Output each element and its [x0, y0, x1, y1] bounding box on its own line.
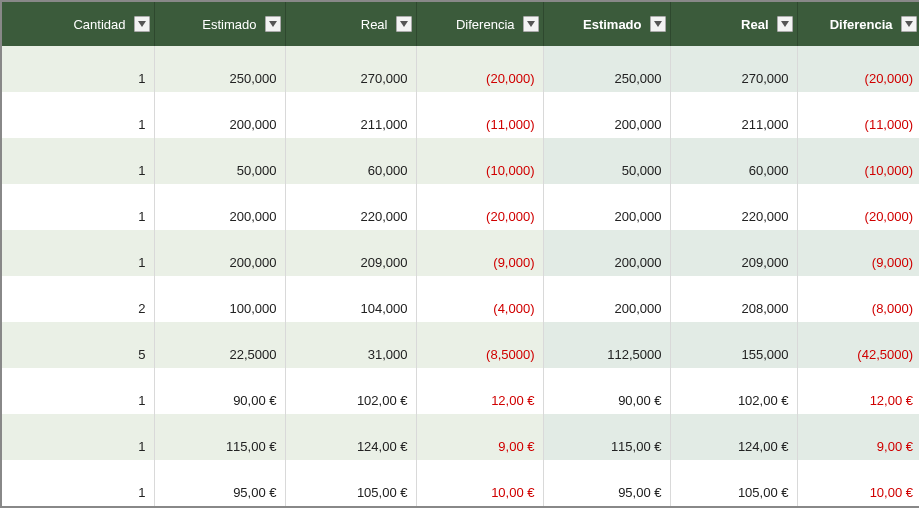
cell-estimado-a[interactable]: 250,000: [154, 46, 285, 92]
header-real-b[interactable]: Real: [670, 2, 797, 46]
cell-real-b[interactable]: 105,00 €: [670, 460, 797, 506]
cell-real-b[interactable]: 60,000: [670, 138, 797, 184]
cell-estimado-a[interactable]: 90,00 €: [154, 368, 285, 414]
table-row: 195,00 €105,00 €10,00 €95,00 €105,00 €10…: [2, 460, 919, 506]
header-real-a[interactable]: Real: [285, 2, 416, 46]
cell-real-b[interactable]: 220,000: [670, 184, 797, 230]
cell-estimado-b[interactable]: 200,000: [543, 184, 670, 230]
cell-estimado-b[interactable]: 200,000: [543, 230, 670, 276]
cell-real-a[interactable]: 220,000: [285, 184, 416, 230]
cell-estimado-b[interactable]: 50,000: [543, 138, 670, 184]
cell-real-a[interactable]: 104,000: [285, 276, 416, 322]
cell-real-a[interactable]: 31,000: [285, 322, 416, 368]
cell-cantidad[interactable]: 1: [2, 138, 154, 184]
cell-cantidad[interactable]: 1: [2, 184, 154, 230]
cell-cantidad[interactable]: 1: [2, 46, 154, 92]
cell-estimado-b[interactable]: 115,00 €: [543, 414, 670, 460]
cell-diferencia-a[interactable]: 10,00 €: [416, 460, 543, 506]
cell-real-b[interactable]: 211,000: [670, 92, 797, 138]
cell-diferencia-a[interactable]: 12,00 €: [416, 368, 543, 414]
cell-cantidad[interactable]: 5: [2, 322, 154, 368]
header-label: Diferencia: [830, 17, 893, 32]
cell-diferencia-a[interactable]: 9,00 €: [416, 414, 543, 460]
cell-estimado-a[interactable]: 115,00 €: [154, 414, 285, 460]
header-label: Cantidad: [73, 17, 125, 32]
cell-diferencia-b[interactable]: 12,00 €: [797, 368, 919, 414]
cell-estimado-a[interactable]: 95,00 €: [154, 460, 285, 506]
cell-estimado-a[interactable]: 200,000: [154, 230, 285, 276]
header-cantidad[interactable]: Cantidad: [2, 2, 154, 46]
cell-estimado-b[interactable]: 90,00 €: [543, 368, 670, 414]
cell-diferencia-b[interactable]: 9,00 €: [797, 414, 919, 460]
cell-estimado-b[interactable]: 200,000: [543, 92, 670, 138]
table-body: 1250,000270,000(20,000)250,000270,000(20…: [2, 46, 919, 506]
cell-cantidad[interactable]: 1: [2, 230, 154, 276]
table-row: 1200,000220,000(20,000)200,000220,000(20…: [2, 184, 919, 230]
table-row: 150,00060,000(10,000)50,00060,000(10,000…: [2, 138, 919, 184]
cell-estimado-a[interactable]: 22,5000: [154, 322, 285, 368]
filter-dropdown-icon[interactable]: [265, 16, 281, 32]
cell-diferencia-a[interactable]: (8,5000): [416, 322, 543, 368]
cell-cantidad[interactable]: 1: [2, 368, 154, 414]
cell-estimado-b[interactable]: 112,5000: [543, 322, 670, 368]
cell-real-b[interactable]: 208,000: [670, 276, 797, 322]
filter-dropdown-icon[interactable]: [523, 16, 539, 32]
cell-estimado-a[interactable]: 200,000: [154, 92, 285, 138]
cell-estimado-a[interactable]: 100,000: [154, 276, 285, 322]
cell-real-a[interactable]: 211,000: [285, 92, 416, 138]
cell-real-a[interactable]: 105,00 €: [285, 460, 416, 506]
header-estimado-a[interactable]: Estimado: [154, 2, 285, 46]
table-row: 2100,000104,000(4,000)200,000208,000(8,0…: [2, 276, 919, 322]
cell-diferencia-b[interactable]: (9,000): [797, 230, 919, 276]
cell-real-b[interactable]: 102,00 €: [670, 368, 797, 414]
table-row: 1250,000270,000(20,000)250,000270,000(20…: [2, 46, 919, 92]
cell-real-a[interactable]: 270,000: [285, 46, 416, 92]
cell-real-a[interactable]: 102,00 €: [285, 368, 416, 414]
cell-diferencia-a[interactable]: (20,000): [416, 46, 543, 92]
filter-dropdown-icon[interactable]: [134, 16, 150, 32]
cell-real-a[interactable]: 60,000: [285, 138, 416, 184]
cell-diferencia-a[interactable]: (11,000): [416, 92, 543, 138]
cell-diferencia-b[interactable]: (20,000): [797, 46, 919, 92]
header-label: Real: [361, 17, 388, 32]
cell-cantidad[interactable]: 2: [2, 276, 154, 322]
cell-diferencia-a[interactable]: (9,000): [416, 230, 543, 276]
data-table: Cantidad Estimado Real Diferencia: [2, 2, 919, 506]
cell-real-a[interactable]: 209,000: [285, 230, 416, 276]
table-row: 1115,00 €124,00 €9,00 €115,00 €124,00 €9…: [2, 414, 919, 460]
filter-dropdown-icon[interactable]: [777, 16, 793, 32]
cell-estimado-b[interactable]: 250,000: [543, 46, 670, 92]
cell-estimado-a[interactable]: 200,000: [154, 184, 285, 230]
cell-diferencia-a[interactable]: (10,000): [416, 138, 543, 184]
cell-cantidad[interactable]: 1: [2, 414, 154, 460]
table-row: 1200,000211,000(11,000)200,000211,000(11…: [2, 92, 919, 138]
spreadsheet-table: Cantidad Estimado Real Diferencia: [0, 0, 919, 508]
header-diferencia-a[interactable]: Diferencia: [416, 2, 543, 46]
cell-real-b[interactable]: 270,000: [670, 46, 797, 92]
cell-estimado-b[interactable]: 95,00 €: [543, 460, 670, 506]
cell-diferencia-b[interactable]: (42,5000): [797, 322, 919, 368]
cell-diferencia-b[interactable]: (20,000): [797, 184, 919, 230]
header-estimado-b[interactable]: Estimado: [543, 2, 670, 46]
cell-diferencia-b[interactable]: (10,000): [797, 138, 919, 184]
cell-diferencia-b[interactable]: (8,000): [797, 276, 919, 322]
cell-cantidad[interactable]: 1: [2, 92, 154, 138]
table-row: 1200,000209,000(9,000)200,000209,000(9,0…: [2, 230, 919, 276]
cell-real-b[interactable]: 124,00 €: [670, 414, 797, 460]
cell-diferencia-a[interactable]: (4,000): [416, 276, 543, 322]
header-row: Cantidad Estimado Real Diferencia: [2, 2, 919, 46]
cell-diferencia-b[interactable]: (11,000): [797, 92, 919, 138]
cell-cantidad[interactable]: 1: [2, 460, 154, 506]
table-row: 522,500031,000(8,5000)112,5000155,000(42…: [2, 322, 919, 368]
cell-real-b[interactable]: 209,000: [670, 230, 797, 276]
filter-dropdown-icon[interactable]: [650, 16, 666, 32]
cell-estimado-a[interactable]: 50,000: [154, 138, 285, 184]
cell-diferencia-a[interactable]: (20,000): [416, 184, 543, 230]
header-diferencia-b[interactable]: Diferencia: [797, 2, 919, 46]
cell-real-b[interactable]: 155,000: [670, 322, 797, 368]
filter-dropdown-icon[interactable]: [901, 16, 917, 32]
cell-real-a[interactable]: 124,00 €: [285, 414, 416, 460]
cell-diferencia-b[interactable]: 10,00 €: [797, 460, 919, 506]
cell-estimado-b[interactable]: 200,000: [543, 276, 670, 322]
filter-dropdown-icon[interactable]: [396, 16, 412, 32]
